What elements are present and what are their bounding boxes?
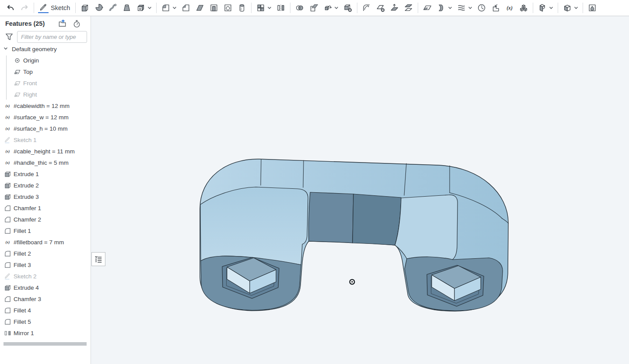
variable-icon: (x) — [4, 125, 11, 132]
feature-row[interactable]: Sketch 2 — [0, 270, 91, 282]
feature-row[interactable]: (x)#surface_h = 10 mm — [0, 123, 91, 134]
feature-list-flyout-button[interactable] — [91, 252, 105, 266]
shell-icon — [223, 3, 233, 13]
chevron-down-icon[interactable] — [447, 3, 453, 13]
mirror-icon — [276, 3, 286, 13]
left-leg-face — [200, 187, 308, 265]
feature-row[interactable]: (x)#surface_w = 12 mm — [0, 111, 91, 123]
delete-part-button[interactable] — [341, 1, 355, 14]
feature-row[interactable]: Mirror 1 — [0, 327, 91, 339]
feature-row-label: Extrude 2 — [14, 182, 39, 189]
feature-row[interactable]: Extrude 1 — [0, 168, 91, 180]
fillet-surface-button[interactable] — [434, 1, 454, 14]
feature-row[interactable]: (x)#filletboard = 7 mm — [0, 236, 91, 248]
feature-row[interactable]: Fillet 3 — [0, 259, 91, 270]
mirror-button[interactable] — [274, 1, 288, 14]
chevron-down-icon[interactable] — [266, 3, 272, 13]
feature-row[interactable]: Top — [0, 66, 91, 77]
feature-row[interactable]: Chamfer 2 — [0, 214, 91, 225]
sheet-metal-model-button[interactable] — [535, 1, 556, 14]
shell-button[interactable] — [221, 1, 235, 14]
feature-row[interactable]: (x)#cable_height = 11 mm — [0, 146, 91, 157]
feature-row[interactable]: Front — [0, 77, 91, 89]
part-model[interactable] — [200, 159, 508, 311]
loft-button[interactable] — [120, 1, 134, 14]
stopwatch-button[interactable] — [72, 19, 81, 28]
chamfer-icon — [4, 205, 11, 212]
feature-row-label: Top — [23, 69, 33, 75]
chevron-down-icon[interactable] — [171, 3, 177, 13]
feature-row[interactable]: (x)#cablewidth = 12 mm — [0, 100, 91, 111]
feature-row[interactable]: Sketch 1 — [0, 134, 91, 146]
sweep-button[interactable] — [106, 1, 120, 14]
revolve-button[interactable] — [92, 1, 106, 14]
feature-row[interactable]: Chamfer 3 — [0, 293, 91, 305]
custom-features-button[interactable] — [517, 1, 531, 14]
extrude-icon — [4, 182, 11, 189]
extrude-button[interactable] — [78, 1, 92, 14]
hole-icon — [237, 3, 247, 13]
horizontal-scrollbar[interactable] — [3, 342, 87, 346]
list-panel-icon — [94, 255, 103, 263]
redo-button[interactable] — [17, 1, 31, 14]
filter-input[interactable] — [17, 31, 87, 43]
feature-row-label: Fillet 2 — [14, 250, 31, 257]
rib-icon — [209, 3, 219, 13]
split-button[interactable] — [307, 1, 321, 14]
feature-row-label: #handle_thic = 5 mm — [14, 159, 69, 166]
helix-button[interactable] — [454, 1, 475, 14]
feature-row[interactable]: Fillet 4 — [0, 305, 91, 316]
feature-row[interactable]: Origin — [0, 55, 91, 66]
replace-face-button[interactable] — [402, 1, 416, 14]
feature-row[interactable]: Extrude 2 — [0, 180, 91, 191]
appearance-button[interactable] — [585, 1, 599, 14]
spiral-button[interactable] — [475, 1, 489, 14]
appearance-icon — [587, 3, 598, 13]
transform-button[interactable] — [321, 1, 341, 14]
new-folder-button[interactable] — [58, 19, 66, 28]
undo-button[interactable] — [3, 1, 17, 14]
fillet-button[interactable] — [159, 1, 179, 14]
chevron-down-icon[interactable] — [548, 3, 554, 13]
feature-row[interactable]: Default geometry — [0, 43, 91, 55]
chevron-down-icon[interactable] — [147, 3, 152, 13]
origin-marker[interactable] — [350, 280, 355, 284]
delete-face-button[interactable] — [374, 1, 388, 14]
thicken-button[interactable] — [134, 1, 154, 14]
feature-row[interactable]: Extrude 4 — [0, 282, 91, 293]
chevron-down-icon[interactable] — [333, 3, 339, 13]
modify-fillet-button[interactable] — [360, 1, 374, 14]
draft-button[interactable] — [193, 1, 207, 14]
variable-button[interactable]: (x) — [503, 1, 517, 14]
feature-row[interactable]: Fillet 1 — [0, 225, 91, 236]
graphics-viewport[interactable] — [91, 16, 629, 364]
import-derived-button[interactable] — [489, 1, 503, 14]
feature-row[interactable]: Fillet 5 — [0, 316, 91, 327]
extrude-icon — [80, 3, 90, 13]
inner-wall-right — [353, 194, 401, 245]
chevron-down-icon[interactable] — [467, 3, 473, 13]
feature-list-header: Features (25) — [0, 16, 91, 29]
hole-button[interactable] — [235, 1, 249, 14]
move-face-button[interactable] — [388, 1, 402, 14]
foldbox-icon — [562, 3, 573, 13]
toolbar-separator — [251, 3, 252, 13]
sketch-button[interactable]: Sketch — [36, 1, 73, 14]
feature-row[interactable]: Extrude 3 — [0, 191, 91, 202]
sheet-metal-flange-button[interactable] — [560, 1, 580, 14]
chevron-down-icon[interactable] — [573, 3, 579, 13]
chamfer-button[interactable] — [179, 1, 193, 14]
feature-row[interactable]: Chamfer 1 — [0, 202, 91, 214]
plane-icon — [422, 3, 433, 13]
toolbar-separator — [290, 3, 290, 13]
boolean-button[interactable] — [293, 1, 307, 14]
linear-pattern-button[interactable] — [254, 1, 274, 14]
chevron-down-icon[interactable] — [3, 46, 9, 52]
feature-row[interactable]: (x)#handle_thic = 5 mm — [0, 157, 91, 168]
plane-button[interactable] — [420, 1, 434, 14]
feature-row[interactable]: Right — [0, 89, 91, 100]
feature-row-label: Fillet 5 — [14, 319, 31, 325]
rib-button[interactable] — [207, 1, 221, 14]
feature-row[interactable]: Fillet 2 — [0, 248, 91, 259]
filter-funnel-icon[interactable] — [4, 32, 14, 42]
